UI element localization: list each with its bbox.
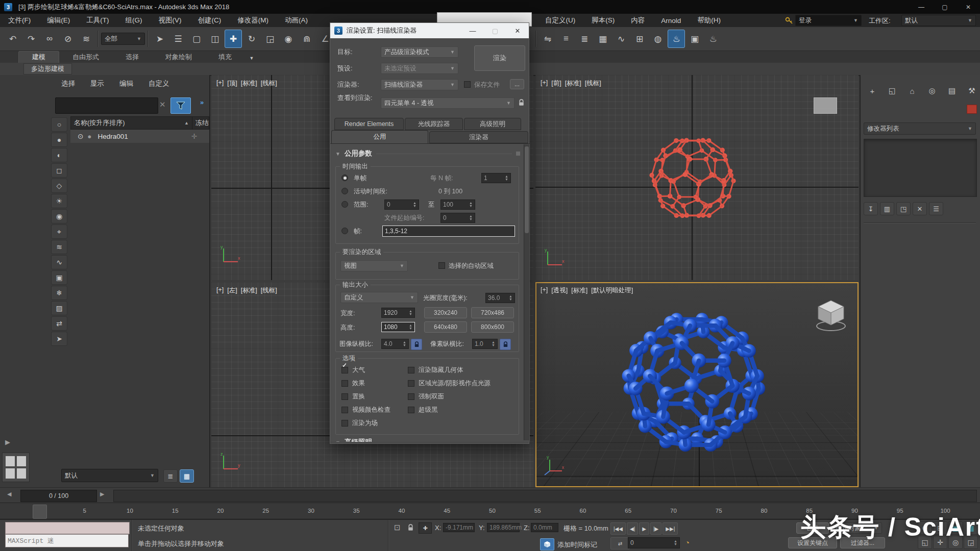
unlink-selection-icon[interactable]: ⊘ <box>59 30 77 48</box>
close-button[interactable]: ✕ <box>957 0 980 14</box>
advanced-lighting-rollout[interactable]: ▼ 高级照明 <box>335 438 520 442</box>
time-configuration-icon[interactable]: ◔ <box>685 538 690 547</box>
option-row[interactable]: 视频颜色检查 <box>341 403 390 416</box>
option-checkbox[interactable] <box>408 380 414 387</box>
viewcube-icon[interactable] <box>811 294 851 334</box>
option-checkbox[interactable] <box>341 420 348 427</box>
option-checkbox[interactable] <box>341 407 348 413</box>
timeline-tick[interactable]: 45 <box>444 508 450 514</box>
viewport-lock-icon[interactable] <box>518 99 525 107</box>
spinner-icon[interactable] <box>509 295 512 301</box>
ribbon-minimize-icon[interactable]: ▼ <box>245 54 258 63</box>
undo-icon[interactable]: ↶ <box>4 30 21 48</box>
layer-manager-icon[interactable]: ≣ <box>576 30 593 48</box>
option-row[interactable]: 超级黑 <box>408 403 491 416</box>
panel-expand-arrow-icon[interactable]: ▶ <box>5 438 10 446</box>
timeline-tick[interactable]: 60 <box>580 508 586 514</box>
active-segment-radio[interactable] <box>341 188 348 194</box>
output-size-preset-dropdown[interactable]: 自定义▼ <box>340 292 418 303</box>
viewport-label-segment[interactable]: [标准] <box>241 286 257 295</box>
tab-common[interactable]: 公用 <box>331 130 428 143</box>
sort-arrow-icon[interactable]: ▲ <box>184 120 189 126</box>
pick-mode-icon[interactable]: ➤ <box>51 332 67 346</box>
rollout-collapse-icon[interactable]: ▼ <box>335 440 340 442</box>
renderer-dropdown[interactable]: 扫描线渲染器▼ <box>381 79 458 90</box>
viewport-label-segment[interactable]: [+] <box>216 286 224 295</box>
login-dropdown[interactable]: 登录▼ <box>795 15 862 26</box>
display-frozen-icon[interactable]: ❄ <box>51 286 67 300</box>
maxscript-listener-input[interactable]: MAXScript 迷 <box>5 534 129 547</box>
menu-item[interactable]: 工具(T) <box>78 16 117 25</box>
select-and-rotate-icon[interactable]: ↻ <box>243 30 260 48</box>
option-row[interactable]: 大气 <box>341 363 390 377</box>
select-by-name-icon[interactable]: ☰ <box>169 30 187 48</box>
z-coordinate-field[interactable]: 0.0mm <box>531 523 558 532</box>
sync-selection-icon[interactable]: ⇄ <box>51 316 67 331</box>
menu-item[interactable]: 修改器(M) <box>229 16 277 25</box>
utilities-tab-icon[interactable]: ⚒ <box>964 84 979 97</box>
option-row[interactable]: 置换 <box>341 390 390 403</box>
modifier-list-dropdown[interactable]: 修改器列表▼ <box>864 122 976 135</box>
maxscript-mini-listener[interactable] <box>5 522 130 534</box>
menu-item[interactable]: 文件(F) <box>0 16 39 25</box>
isolate-selection-icon[interactable]: ⊡ <box>394 523 401 532</box>
spinner-icon[interactable] <box>469 215 473 221</box>
viewport-label-segment[interactable]: [线框] <box>261 79 277 88</box>
explorer-menu-item[interactable]: 显示 <box>89 79 105 88</box>
display-tab-icon[interactable]: ▤ <box>944 84 960 97</box>
polygon-modeling-panel[interactable]: 多边形建模 <box>23 63 72 74</box>
viewport-label-segment[interactable]: [+] <box>541 79 548 88</box>
timeline-tick[interactable]: 15 <box>172 508 179 514</box>
render-setup-icon[interactable]: ♨ <box>668 30 685 48</box>
timeline-tick[interactable]: 75 <box>716 508 722 514</box>
viewport-label-segment[interactable]: [默认明暗处理] <box>591 286 633 295</box>
area-mode-dropdown[interactable]: 视图▼ <box>340 260 408 271</box>
viewport-label-segment[interactable]: [标准] <box>565 79 581 88</box>
add-time-tag-label[interactable]: 添加时间标记 <box>557 540 597 549</box>
show-end-result-icon[interactable]: ▥ <box>880 202 894 215</box>
timeline-tick[interactable]: 40 <box>399 508 405 514</box>
dialog-scrollbar[interactable] <box>524 144 529 440</box>
redo-icon[interactable]: ↷ <box>22 30 40 48</box>
ribbon-toggle-icon[interactable]: ▦ <box>594 30 611 48</box>
option-checkbox[interactable] <box>341 393 348 400</box>
option-row[interactable]: 渲染为场 <box>341 416 390 430</box>
selection-lock-icon[interactable] <box>407 524 414 532</box>
timeline-tick[interactable]: 70 <box>670 508 677 514</box>
auto-region-checkbox[interactable] <box>438 262 445 269</box>
snap-toggle-icon[interactable]: ⋒ <box>298 30 315 48</box>
create-tab-icon[interactable]: + <box>865 84 880 97</box>
dialog-titlebar[interactable]: 3 渲染设置: 扫描线渲染器 — ▢ ✕ <box>330 23 529 38</box>
timeline-tick[interactable]: 5 <box>83 508 86 514</box>
frozen-cell-icon[interactable]: ✛ <box>191 132 197 140</box>
trackbar-right-arrow-icon[interactable]: ▶ <box>100 491 104 497</box>
material-editor-icon[interactable]: ◍ <box>649 30 667 48</box>
trackbar-strip[interactable] <box>113 490 977 502</box>
frames-input[interactable] <box>382 226 515 237</box>
ribbon-tab[interactable]: 对象绘制 <box>152 52 205 63</box>
y-coordinate-field[interactable]: 189.865mm <box>487 523 520 532</box>
display-shapes-icon[interactable]: ◇ <box>51 179 67 193</box>
target-dropdown[interactable]: 产品级渲染模式▼ <box>381 46 458 58</box>
single-frame-radio[interactable] <box>341 174 348 181</box>
viewport-label-segment[interactable]: [标准] <box>571 286 587 295</box>
time-slider-handle[interactable] <box>33 505 47 519</box>
menu-item[interactable]: 自定义(U) <box>537 16 583 25</box>
configure-modifier-sets-icon[interactable]: ☰ <box>929 202 943 215</box>
viewport-label-segment[interactable]: [+] <box>216 79 224 88</box>
option-row[interactable]: 渲染隐藏几何体 <box>408 363 491 377</box>
display-invert-icon[interactable]: ◐ <box>51 148 67 162</box>
minimize-button[interactable]: — <box>910 0 933 14</box>
window-crossing-icon[interactable]: ◫ <box>206 30 224 48</box>
layer-explorer-icon[interactable]: ▦ <box>180 469 194 483</box>
x-coordinate-field[interactable]: -9.171mm <box>443 523 475 532</box>
menu-item[interactable]: 脚本(S) <box>583 16 623 25</box>
image-aspect-lock-icon[interactable] <box>411 339 422 350</box>
viewport-label-segment[interactable]: [左] <box>227 286 237 295</box>
display-all-icon[interactable]: ● <box>51 133 67 147</box>
select-and-place-icon[interactable]: ◉ <box>280 30 297 48</box>
go-to-start-icon[interactable]: |◀◀ <box>610 522 626 535</box>
display-space-warps-icon[interactable]: ≋ <box>51 240 67 254</box>
explorer-search-input[interactable] <box>55 97 158 114</box>
option-checkbox[interactable] <box>408 393 414 400</box>
